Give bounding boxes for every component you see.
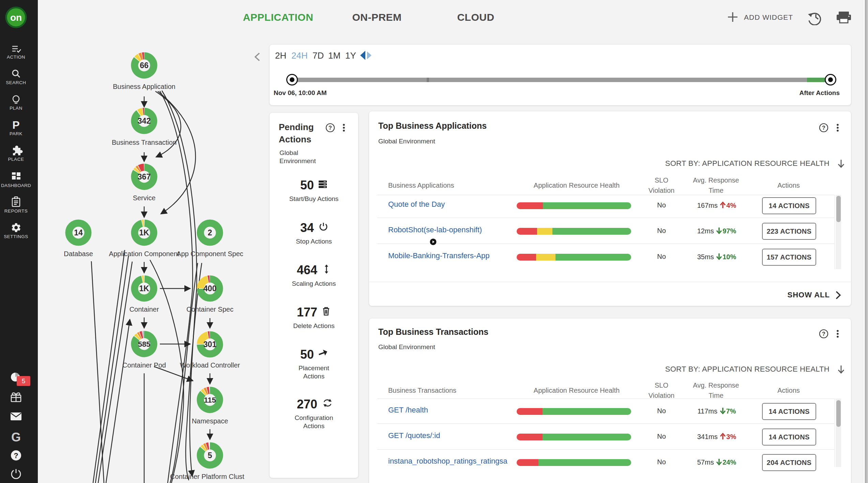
svg-text:?: ? bbox=[14, 451, 18, 460]
svg-text:66: 66 bbox=[140, 61, 149, 70]
svg-text:PLAN: PLAN bbox=[10, 106, 22, 111]
svg-text:Namespace: Namespace bbox=[192, 417, 228, 425]
svg-text:301: 301 bbox=[203, 340, 217, 349]
svg-text:G: G bbox=[11, 430, 21, 444]
svg-text:Business Application: Business Application bbox=[113, 83, 175, 90]
svg-text:1K: 1K bbox=[139, 228, 149, 237]
svg-text:342: 342 bbox=[138, 116, 151, 125]
svg-text:14: 14 bbox=[74, 228, 83, 237]
svg-text:367: 367 bbox=[138, 172, 151, 181]
svg-text:PARK: PARK bbox=[10, 131, 22, 136]
svg-text:REPORTS: REPORTS bbox=[4, 208, 28, 214]
svg-text:PLACE: PLACE bbox=[8, 157, 24, 162]
svg-text:ACTION: ACTION bbox=[7, 54, 25, 60]
svg-text:App Component Spec: App Component Spec bbox=[177, 250, 243, 258]
svg-text:Database: Database bbox=[64, 250, 93, 258]
svg-text:on: on bbox=[10, 12, 22, 23]
svg-text:?: ? bbox=[822, 125, 825, 131]
svg-text:SEARCH: SEARCH bbox=[6, 80, 26, 85]
svg-text:ADD WIDGET: ADD WIDGET bbox=[744, 13, 793, 21]
svg-text:585: 585 bbox=[138, 340, 151, 348]
svg-text:2: 2 bbox=[208, 228, 212, 237]
svg-text:Container Pod: Container Pod bbox=[122, 361, 166, 369]
svg-text:Business Transaction: Business Transaction bbox=[112, 139, 177, 146]
svg-text:400: 400 bbox=[203, 284, 216, 293]
svg-text:115: 115 bbox=[204, 396, 216, 404]
svg-text:Container: Container bbox=[130, 306, 159, 313]
svg-text:5: 5 bbox=[208, 451, 212, 460]
svg-text:P: P bbox=[12, 119, 19, 131]
svg-text:SETTINGS: SETTINGS bbox=[4, 234, 28, 239]
svg-text:Container Spec: Container Spec bbox=[186, 306, 233, 313]
svg-text:Container Platform Clust: Container Platform Clust bbox=[170, 473, 244, 480]
svg-text:DASHBOARD: DASHBOARD bbox=[1, 183, 31, 188]
svg-text:5: 5 bbox=[22, 377, 26, 385]
svg-text:1K: 1K bbox=[139, 284, 149, 293]
svg-text:?: ? bbox=[822, 331, 825, 337]
svg-text:Service: Service bbox=[133, 194, 156, 202]
svg-text:?: ? bbox=[329, 125, 332, 131]
svg-text:Workload Controller: Workload Controller bbox=[180, 361, 240, 369]
svg-text:Application Component: Application Component bbox=[109, 250, 180, 258]
